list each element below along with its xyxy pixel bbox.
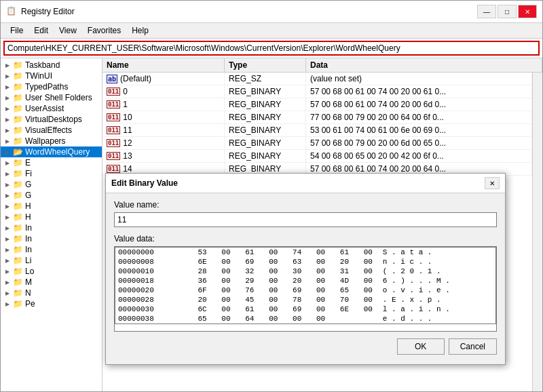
tree-item-label: Li — [25, 256, 31, 265]
tree-item-in3[interactable]: ▶ 📁 In — [1, 244, 102, 255]
folder-icon: 📁 — [13, 277, 23, 287]
menu-favorites[interactable]: Favorites — [82, 24, 126, 37]
tree-item-e[interactable]: ▶ 📁 E — [1, 157, 102, 168]
tree-item-twinui[interactable]: ▶ 📁 TWinUI — [1, 71, 102, 81]
tree-item-label: In — [25, 223, 32, 233]
header-data: Data — [306, 58, 542, 72]
tree-item-pe[interactable]: ▶ 📁 Pe — [1, 298, 102, 309]
cancel-button[interactable]: Cancel — [449, 338, 497, 355]
folder-icon: 📁 — [13, 136, 23, 146]
maximize-button[interactable]: □ — [498, 5, 517, 18]
menu-help[interactable]: Help — [126, 24, 154, 37]
value-row-0[interactable]: 011 0 REG_BINARY 57 00 68 00 61 00 74 00… — [102, 85, 532, 98]
expand-arrow: ▶ — [3, 289, 12, 297]
binary-addr: 00000038 — [115, 314, 191, 324]
folder-icon: 📁 — [13, 223, 23, 233]
tree-item-n[interactable]: ▶ 📁 N — [1, 288, 102, 298]
tree-item-m[interactable]: ▶ 📁 M — [1, 277, 102, 288]
tree-item-userassist[interactable]: ▶ 📁 UserAssist — [1, 103, 102, 114]
dialog-title-bar: Edit Binary Value ✕ — [106, 174, 505, 193]
value-name-text: 10 — [123, 113, 132, 122]
tree-item-in1[interactable]: ▶ 📁 In — [1, 222, 102, 233]
address-input[interactable] — [3, 41, 540, 56]
dialog-close-button[interactable]: ✕ — [485, 177, 500, 189]
menu-file[interactable]: File — [5, 24, 29, 37]
tree-item-h2[interactable]: ▶ 📁 H — [1, 212, 102, 222]
tree-item-label: Pe — [25, 299, 35, 309]
value-type-12: REG_BINARY — [225, 137, 306, 149]
binary-row-4: 00000020 6F00 7600 6900 6500 o . v . i .… — [115, 286, 496, 295]
value-data-default: (value not set) — [306, 73, 532, 85]
tree-item-usershellfolders[interactable]: ▶ 📁 User Shell Folders — [1, 92, 102, 103]
binary-ascii: e . d . . . — [380, 314, 496, 324]
tree-item-g2[interactable]: ▶ 📁 G — [1, 190, 102, 201]
value-row-13[interactable]: 011 13 REG_BINARY 54 00 68 00 65 00 20 0… — [102, 150, 532, 163]
minimize-button[interactable]: — — [477, 5, 496, 18]
menu-view[interactable]: View — [54, 24, 82, 37]
value-data-13: 54 00 68 00 65 00 20 00 42 00 6f 0... — [306, 150, 532, 162]
values-scrollbar[interactable] — [532, 73, 542, 391]
tree-item-label: VisualEffects — [25, 125, 72, 135]
value-type-default: REG_SZ — [225, 73, 306, 85]
value-type-13: REG_BINARY — [225, 150, 306, 162]
folder-icon: 📁 — [13, 115, 23, 124]
binary-table: 00000000 5300 6100 7400 6100 S . a t a .… — [115, 247, 496, 324]
tree-item-label: In — [25, 245, 32, 254]
close-button[interactable]: ✕ — [518, 5, 537, 18]
binary-row-5: 00000028 2000 4500 7800 7000 . E . x . p… — [115, 295, 496, 305]
expand-arrow: ▶ — [3, 72, 12, 80]
tree-item-f[interactable]: ▶ 📁 Fi — [1, 168, 102, 179]
app-icon: 📋 — [6, 6, 17, 17]
tree-item-lo[interactable]: ▶ 📁 Lo — [1, 266, 102, 277]
tree-item-virtualdesktops[interactable]: ▶ 📁 VirtualDesktops — [1, 114, 102, 125]
reg-bin-icon: 011 — [107, 165, 120, 173]
folder-icon: 📁 — [13, 299, 23, 309]
value-row-1[interactable]: 011 1 REG_BINARY 57 00 68 00 61 00 74 00… — [102, 98, 532, 111]
binary-row-0: 00000000 5300 6100 7400 6100 S . a t a . — [115, 248, 496, 258]
binary-addr: 00000030 — [115, 305, 191, 314]
tree-item-label: G — [25, 191, 31, 200]
folder-icon: 📁 — [13, 267, 23, 276]
folder-icon: 📁 — [13, 288, 23, 298]
tree-item-label: User Shell Folders — [25, 93, 92, 102]
folder-icon: 📁 — [13, 158, 23, 168]
value-type-10: REG_BINARY — [225, 111, 306, 123]
reg-bin-icon: 011 — [107, 100, 120, 109]
value-row-default[interactable]: ab (Default) REG_SZ (value not set) — [102, 73, 532, 85]
dialog-title: Edit Binary Value — [111, 178, 178, 188]
reg-bin-icon: 011 — [107, 152, 120, 160]
tree-item-h1[interactable]: ▶ 📁 H — [1, 201, 102, 212]
binary-addr: 00000008 — [115, 257, 191, 267]
value-name-text: 0 — [123, 87, 128, 96]
binary-ascii: o . v . i . e . — [380, 286, 496, 295]
values-header: Name Type Data — [102, 58, 542, 73]
tree-item-in2[interactable]: ▶ 📁 In — [1, 233, 102, 244]
folder-icon: 📁 — [13, 201, 23, 211]
tree-item-typedpaths[interactable]: ▶ 📁 TypedPaths — [1, 81, 102, 92]
tree-item-wordwheelquery[interactable]: ▶ 📂 WordWheelQuery — [1, 146, 102, 157]
expand-arrow: ▶ — [3, 159, 12, 167]
tree-item-taskband[interactable]: ▶ 📁 Taskband — [1, 60, 102, 71]
binary-row-6: 00000030 6C00 6100 6900 6E00 l . a . i .… — [115, 305, 496, 314]
reg-bin-icon: 011 — [107, 113, 120, 121]
tree-item-g1[interactable]: ▶ 📁 G — [1, 179, 102, 190]
ok-button[interactable]: OK — [397, 338, 445, 355]
value-row-10[interactable]: 011 10 REG_BINARY 77 00 68 00 79 00 20 0… — [102, 111, 532, 124]
tree-item-label: WordWheelQuery — [25, 147, 90, 157]
dialog-buttons: OK Cancel — [114, 338, 497, 357]
tree-item-label: H — [25, 212, 31, 222]
expand-arrow: ▶ — [3, 94, 12, 102]
value-row-11[interactable]: 011 11 REG_BINARY 53 00 61 00 74 00 61 0… — [102, 124, 532, 137]
menu-edit[interactable]: Edit — [29, 24, 54, 37]
tree-item-li[interactable]: ▶ 📁 Li — [1, 255, 102, 266]
value-row-12[interactable]: 011 12 REG_BINARY 57 00 68 00 79 00 20 0… — [102, 137, 532, 150]
tree-item-visualeffects[interactable]: ▶ 📁 VisualEffects — [1, 125, 102, 136]
binary-ascii: S . a t a . — [380, 248, 496, 258]
value-name-input[interactable] — [114, 212, 497, 227]
binary-addr: 00000010 — [115, 267, 191, 276]
binary-ascii: ( . 2 0 . 1 . — [380, 267, 496, 276]
tree-item-label: Wallpapers — [25, 136, 66, 146]
value-type-11: REG_BINARY — [225, 124, 306, 136]
value-name-text: 14 — [123, 164, 132, 174]
tree-item-wallpapers[interactable]: ▶ 📁 Wallpapers — [1, 136, 102, 146]
